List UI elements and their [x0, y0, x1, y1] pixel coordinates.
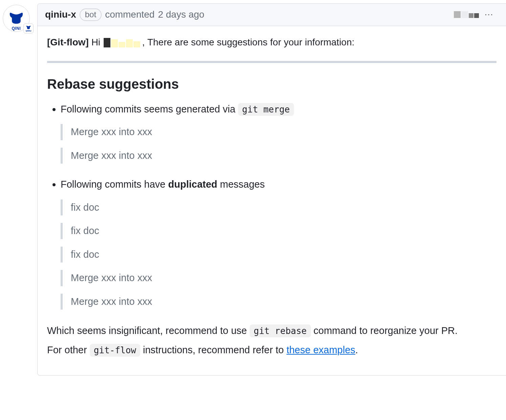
bullet2-text-before: Following commits have: [61, 179, 168, 190]
redacted-mention: [104, 38, 140, 47]
divider: [47, 61, 497, 63]
comment-header: qiniu-x bot commented 2 days ago ⋯: [38, 4, 506, 26]
para2-after: instructions, recommend refer to: [140, 344, 287, 355]
comment-box: qiniu-x bot commented 2 days ago ⋯ [Git-…: [37, 3, 506, 376]
header-action-text: commented: [105, 9, 154, 20]
bullet2-strong: duplicated: [168, 179, 217, 190]
blockquote: Merge xxx into xxx: [61, 270, 497, 286]
code-inline: git-flow: [90, 344, 140, 357]
para2-before: For other: [47, 344, 90, 355]
code-inline: git rebase: [250, 324, 311, 337]
avatar-column: QINI QINIU: [0, 3, 37, 32]
comment-body: [Git-flow] Hi , There are some suggestio…: [38, 26, 506, 375]
quote-stack: fix doc fix doc fix doc Merge xxx into x…: [61, 200, 497, 310]
timestamp-link[interactable]: 2 days ago: [158, 9, 204, 20]
kebab-menu-icon[interactable]: ⋯: [482, 9, 496, 20]
bullet2-text-after: messages: [217, 179, 265, 190]
blockquote: Merge xxx into xxx: [61, 148, 497, 164]
suggestion-list: Following commits seems generated via gi…: [47, 102, 497, 310]
bot-badge: bot: [80, 8, 102, 21]
quote-stack: Merge xxx into xxx Merge xxx into xxx: [61, 124, 497, 164]
blockquote: fix doc: [61, 223, 497, 239]
bullet1-text: Following commits seems generated via: [61, 104, 238, 114]
intro-line: [Git-flow] Hi , There are some suggestio…: [47, 35, 497, 50]
para1-after: command to reorganize your PR.: [311, 325, 458, 336]
comment-column: qiniu-x bot commented 2 days ago ⋯ [Git-…: [37, 3, 506, 376]
avatar-label: QINI: [12, 26, 21, 31]
section-title: Rebase suggestions: [47, 77, 497, 92]
list-item: Following commits seems generated via gi…: [61, 102, 497, 164]
code-inline: git merge: [238, 103, 294, 116]
qiniu-logo-icon: [26, 25, 31, 29]
blockquote: Merge xxx into xxx: [61, 294, 497, 310]
closing-para-1: Which seems insignificant, recommend to …: [47, 323, 497, 338]
list-item: Following commits have duplicated messag…: [61, 177, 497, 310]
closing-para-2: For other git-flow instructions, recomme…: [47, 342, 497, 358]
intro-after-mention: , There are some suggestions for your in…: [142, 37, 355, 47]
para2-period: .: [355, 344, 358, 355]
redacted-header-content: [454, 11, 479, 18]
intro-tag: [Git-flow]: [47, 37, 89, 47]
avatar-sub-badge: QINIU: [23, 23, 34, 34]
author-link[interactable]: qiniu-x: [45, 9, 76, 20]
author-avatar[interactable]: QINI QINIU: [3, 5, 30, 32]
para1-before: Which seems insignificant, recommend to …: [47, 325, 250, 336]
blockquote: fix doc: [61, 247, 497, 263]
blockquote: Merge xxx into xxx: [61, 124, 497, 140]
intro-before-mention: Hi: [91, 37, 100, 47]
header-actions: ⋯: [454, 9, 499, 20]
qiniu-logo-icon: [8, 12, 24, 25]
blockquote: fix doc: [61, 200, 497, 216]
avatar-badge-label: QINIU: [26, 30, 31, 32]
examples-link[interactable]: these examples: [287, 344, 355, 355]
